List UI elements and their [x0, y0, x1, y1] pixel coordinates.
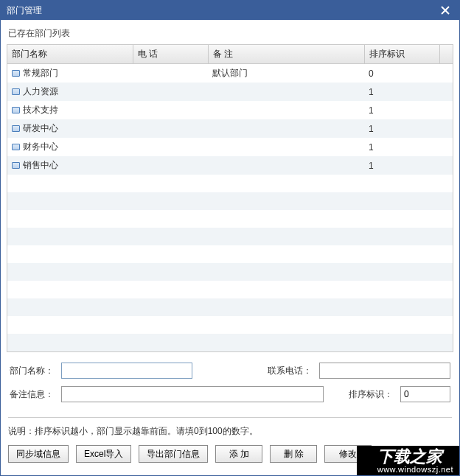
table-row [7, 281, 453, 298]
list-subtitle: 已存在部门列表 [7, 26, 453, 44]
form-area: 部门名称： 联系电话： 备注信息： 排序标识： [7, 352, 453, 414]
folder-icon [12, 162, 20, 169]
table-row [7, 334, 453, 351]
cell-sort: 0 [364, 64, 439, 83]
folder-icon [12, 107, 20, 113]
col-sort[interactable]: 排序标识 [364, 45, 439, 64]
cell-name: 财务中心 [23, 141, 58, 152]
table-row [7, 175, 453, 192]
close-button[interactable] [437, 2, 453, 18]
table-row [7, 316, 453, 334]
folder-icon [12, 144, 20, 150]
add-button[interactable]: 添 加 [215, 445, 262, 463]
cell-sort: 1 [364, 156, 439, 175]
cell-phone [133, 138, 208, 156]
cell-remark [208, 138, 364, 156]
sort-label: 排序标识： [349, 388, 393, 401]
folder-icon [12, 125, 20, 132]
folder-icon [12, 88, 20, 95]
col-phone[interactable]: 电 话 [133, 45, 208, 64]
dialog-window: 部门管理 已存在部门列表 部门名称 电 话 备 注 排序标识 常规部门默认部门0… [0, 0, 460, 476]
divider [8, 417, 452, 418]
cell-name: 研发中心 [23, 123, 58, 133]
table-row [7, 245, 453, 263]
cell-sort: 1 [364, 101, 439, 119]
table-row[interactable]: 研发中心1 [7, 119, 453, 138]
remark-input[interactable] [61, 386, 324, 402]
delete-button[interactable]: 删 除 [270, 445, 317, 463]
department-table: 部门名称 电 话 备 注 排序标识 常规部门默认部门0人力资源1技术支持1研发中… [7, 44, 453, 352]
hint-text: 说明：排序标识越小，部门显示越靠前面。请填0到100的数字。 [7, 421, 453, 445]
cell-name: 人力资源 [23, 86, 58, 97]
table-row [7, 192, 453, 210]
export-dept-button[interactable]: 导出部门信息 [139, 445, 208, 463]
table-header-row: 部门名称 电 话 备 注 排序标识 [7, 45, 453, 64]
cell-sort: 1 [364, 119, 439, 138]
table-row [7, 228, 453, 245]
table-row[interactable]: 人力资源1 [7, 83, 453, 101]
window-title: 部门管理 [7, 4, 42, 17]
remark-label: 备注信息： [10, 388, 54, 401]
content-area: 已存在部门列表 部门名称 电 话 备 注 排序标识 常规部门默认部门0人力资源1… [1, 20, 459, 469]
col-remark[interactable]: 备 注 [208, 45, 364, 64]
close-icon [440, 5, 450, 15]
cell-phone [133, 83, 208, 101]
watermark-url: www.windowszj.net [377, 465, 453, 474]
cell-remark [208, 101, 364, 119]
excel-import-button[interactable]: Excel导入 [76, 445, 131, 463]
col-name[interactable]: 部门名称 [7, 45, 133, 64]
table-row[interactable]: 财务中心1 [7, 138, 453, 156]
cell-phone [133, 156, 208, 175]
cell-remark [208, 156, 364, 175]
col-spacer [439, 45, 453, 64]
folder-icon [12, 70, 20, 77]
table-row [7, 210, 453, 228]
table-row [7, 298, 453, 316]
cell-name: 技术支持 [23, 105, 58, 115]
cell-name: 常规部门 [23, 68, 58, 78]
cell-phone [133, 64, 208, 83]
table-row[interactable]: 技术支持1 [7, 101, 453, 119]
cell-sort: 1 [364, 83, 439, 101]
titlebar: 部门管理 [1, 1, 459, 20]
cell-sort: 1 [364, 138, 439, 156]
table-row [7, 263, 453, 281]
cell-phone [133, 101, 208, 119]
phone-label: 联系电话： [268, 365, 312, 377]
watermark-title: 下载之家 [377, 449, 453, 465]
sync-domain-button[interactable]: 同步域信息 [8, 445, 69, 463]
cell-name: 销售中心 [23, 160, 58, 170]
sort-input[interactable] [400, 386, 450, 402]
table-row[interactable]: 销售中心1 [7, 156, 453, 175]
table-row[interactable]: 常规部门默认部门0 [7, 64, 453, 83]
phone-input[interactable] [319, 363, 450, 379]
name-label: 部门名称： [10, 365, 54, 377]
cell-remark [208, 83, 364, 101]
watermark: 下载之家 www.windowszj.net [357, 446, 459, 475]
cell-remark: 默认部门 [208, 64, 364, 83]
cell-remark [208, 119, 364, 138]
cell-phone [133, 119, 208, 138]
name-input[interactable] [61, 363, 192, 379]
